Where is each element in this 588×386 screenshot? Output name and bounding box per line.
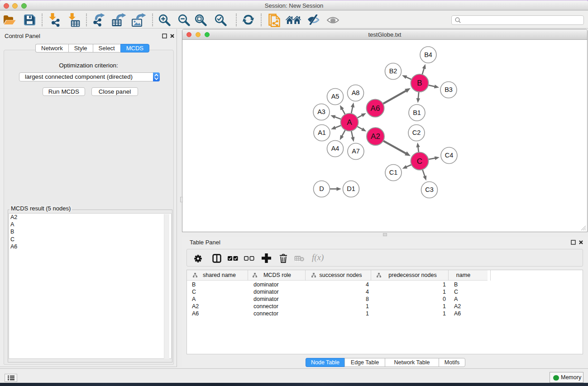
svg-text:A4: A4 — [331, 145, 339, 152]
svg-text:A2: A2 — [371, 132, 380, 141]
svg-text:A: A — [347, 118, 352, 127]
svg-text:A8: A8 — [352, 89, 360, 96]
svg-text:B3: B3 — [445, 86, 453, 93]
svg-text:D1: D1 — [347, 185, 355, 192]
svg-text:B: B — [417, 79, 422, 87]
svg-text:A7: A7 — [352, 148, 360, 155]
svg-text:B2: B2 — [389, 67, 397, 75]
svg-text:B4: B4 — [424, 51, 432, 58]
svg-text:A1: A1 — [318, 129, 326, 136]
svg-text:C3: C3 — [425, 186, 434, 193]
svg-text:C4: C4 — [445, 152, 454, 159]
svg-text:C2: C2 — [412, 129, 421, 136]
svg-text:A5: A5 — [331, 93, 339, 100]
svg-text:C1: C1 — [389, 169, 398, 176]
svg-text:D: D — [319, 185, 324, 192]
svg-text:B1: B1 — [413, 109, 421, 116]
svg-text:C: C — [417, 157, 422, 166]
svg-text:A6: A6 — [371, 104, 380, 113]
svg-text:A3: A3 — [317, 108, 325, 115]
